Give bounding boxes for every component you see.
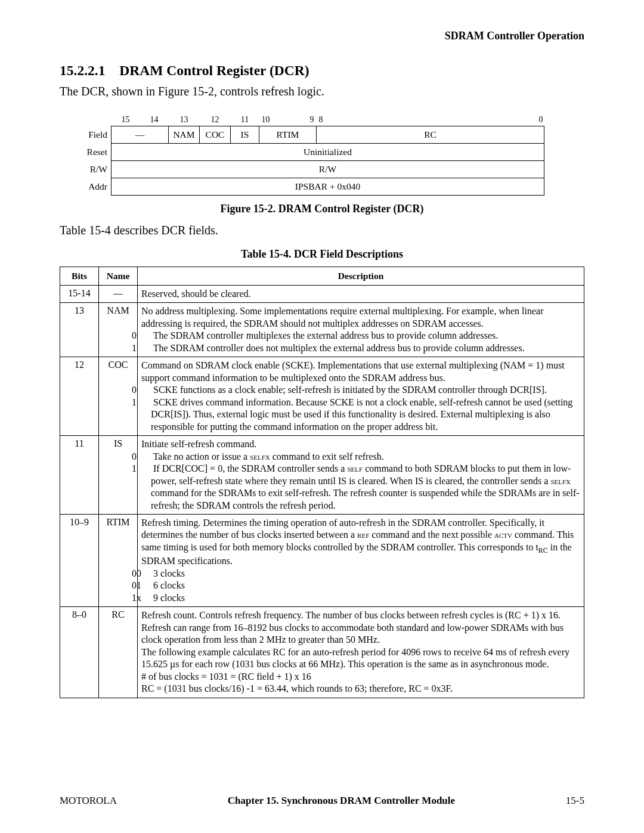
bitnum: 14 <box>140 109 169 126</box>
cell-name: IS <box>99 436 138 515</box>
row-label-field: Field <box>78 126 112 144</box>
bitnum: 13 <box>169 109 200 126</box>
table-row: 13NAMNo address multiplexing. Some imple… <box>60 303 584 357</box>
cell-desc: Reserved, should be cleared. <box>138 286 584 303</box>
cell-bits: 12 <box>60 357 99 436</box>
cell-bits: 10–9 <box>60 514 99 606</box>
mid-paragraph: Table 15-4 describes DCR fields. <box>60 224 584 237</box>
cell-desc: Refresh count. Controls refresh frequenc… <box>138 607 584 698</box>
bitnum: 12 <box>200 109 231 126</box>
section-title: DRAM Control Register (DCR) <box>119 63 309 78</box>
table-row: 12COCCommand on SDRAM clock enable (SCKE… <box>60 357 584 436</box>
table-row: 11ISInitiate self-refresh command.0 Take… <box>60 436 584 515</box>
table-caption: Table 15-4. DCR Field Descriptions <box>60 248 584 261</box>
bitnum: 9 <box>288 109 317 126</box>
field-dash: — <box>112 126 169 144</box>
col-name: Name <box>99 267 138 286</box>
cell-desc: Refresh timing. Determines the timing op… <box>138 514 584 606</box>
cell-bits: 8–0 <box>60 607 99 698</box>
field-is: IS <box>231 126 259 144</box>
field-coc: COC <box>200 126 231 144</box>
cell-name: RC <box>99 607 138 698</box>
bitnum: 11 <box>231 109 259 126</box>
field-rtim: RTIM <box>259 126 317 144</box>
section-heading: 15.2.2.1 DRAM Control Register (DCR) <box>60 63 584 79</box>
footer-right: 15-5 <box>566 795 584 807</box>
intro-paragraph: The DCR, shown in Figure 15-2, controls … <box>60 85 584 98</box>
section-number: 15.2.2.1 <box>60 63 105 78</box>
figure-caption: Figure 15-2. DRAM Control Register (DCR) <box>60 203 584 215</box>
cell-desc: Command on SDRAM clock enable (SCKE). Im… <box>138 357 584 436</box>
table-row: 8–0RCRefresh count. Controls refresh fre… <box>60 607 584 698</box>
bitnum: 0 <box>340 109 544 126</box>
register-figure: 15 14 13 12 11 10 9 8 0 Field — NAM COC … <box>78 109 544 196</box>
bitnum: 10 <box>259 109 288 126</box>
cell-bits: 11 <box>60 436 99 515</box>
cell-desc: No address multiplexing. Some implementa… <box>138 303 584 357</box>
cell-bits: 13 <box>60 303 99 357</box>
col-bits: Bits <box>60 267 99 286</box>
col-desc: Description <box>138 267 584 286</box>
row-label-addr: Addr <box>78 178 112 196</box>
table-row: 15-14—Reserved, should be cleared. <box>60 286 584 303</box>
bitnum: 8 <box>317 109 340 126</box>
rw-value: R/W <box>112 161 544 178</box>
dcr-field-table: Bits Name Description 15-14—Reserved, sh… <box>60 267 584 698</box>
row-label-reset: Reset <box>78 144 112 161</box>
field-nam: NAM <box>169 126 200 144</box>
addr-value: IPSBAR + 0x040 <box>112 178 544 196</box>
cell-bits: 15-14 <box>60 286 99 303</box>
field-rc: RC <box>317 126 544 144</box>
footer-center: Chapter 15. Synchronous DRAM Controller … <box>228 795 455 807</box>
cell-name: — <box>99 286 138 303</box>
reset-value: Uninitialized <box>112 144 544 161</box>
page-footer: MOTOROLA Chapter 15. Synchronous DRAM Co… <box>60 795 584 807</box>
footer-left: MOTOROLA <box>60 795 117 807</box>
page-header: SDRAM Controller Operation <box>60 30 584 42</box>
cell-desc: Initiate self-refresh command.0 Take no … <box>138 436 584 515</box>
row-label-rw: R/W <box>78 161 112 178</box>
table-row: 10–9RTIMRefresh timing. Determines the t… <box>60 514 584 606</box>
bitnum: 15 <box>112 109 140 126</box>
